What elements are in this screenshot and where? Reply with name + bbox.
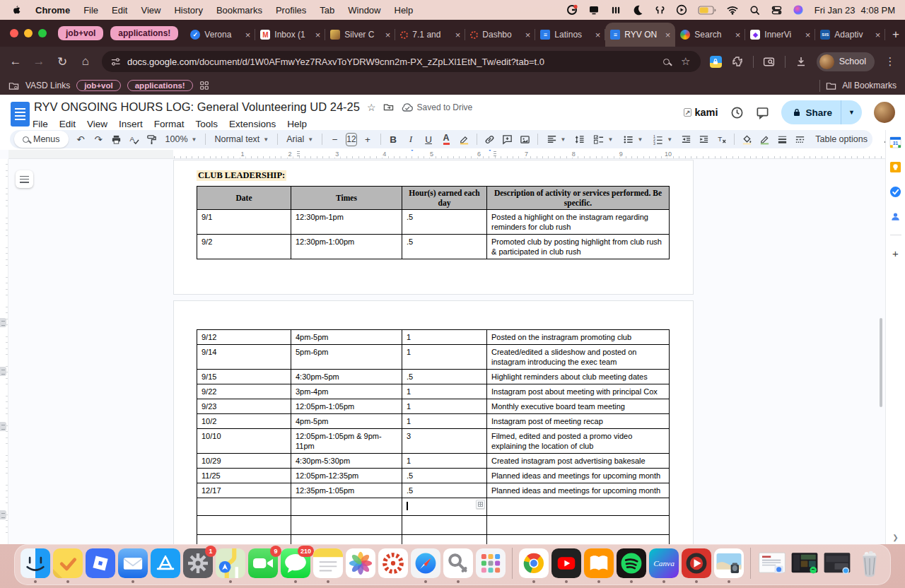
menubar-item-file[interactable]: File — [83, 5, 98, 16]
table-row-handle[interactable] — [0, 422, 6, 431]
tab-close-icon[interactable]: × — [385, 30, 391, 40]
table-cell[interactable]: 12:05pm-1:05pm & 9pm-11pm — [291, 429, 402, 454]
tab-group-job-vol[interactable]: job+vol — [58, 26, 103, 40]
scroll-right-chevron[interactable]: ❯ — [886, 534, 905, 541]
table-cell[interactable]: 12:35pm-1:05pm — [291, 483, 402, 498]
siri-icon[interactable] — [793, 4, 805, 16]
table-cell[interactable]: 9/1 — [197, 210, 291, 235]
menubar-item-chrome[interactable]: Chrome — [35, 5, 70, 16]
table-cell[interactable]: 4:30pm-5:30pm — [291, 454, 402, 469]
bookmark-folder-job-vol[interactable]: job+vol — [76, 80, 121, 91]
toolbar-border-color-button[interactable] — [757, 131, 773, 147]
toolbar-decrease-indent-button[interactable] — [678, 131, 694, 147]
dock-canva-icon[interactable]: Canva — [649, 548, 679, 578]
browser-tab-silver-c[interactable]: Silver C× — [325, 23, 395, 47]
table-cell[interactable]: 9/14 — [197, 345, 291, 370]
table-row[interactable]: 12/1712:35pm-1:05pm.5Planned ideas and m… — [197, 483, 670, 498]
horizontal-ruler[interactable]: 12345678910 — [8, 150, 885, 159]
table-cell[interactable] — [487, 535, 670, 545]
table-cell[interactable]: .5 — [402, 235, 487, 259]
table-cell[interactable]: 12:05pm-12:35pm — [291, 469, 402, 483]
menubar-item-profiles[interactable]: Profiles — [276, 5, 306, 16]
table-cell[interactable]: 4pm-5pm — [291, 330, 402, 345]
dock-messages-icon[interactable]: 210 — [281, 548, 310, 578]
table-cell[interactable]: Monthly executive board team meeting — [487, 399, 670, 414]
cell-dropdown-button[interactable] — [476, 500, 485, 509]
tab-close-icon[interactable]: × — [595, 30, 601, 40]
table-cell[interactable] — [487, 498, 670, 516]
back-button[interactable]: ← — [8, 54, 23, 69]
google-docs-icon[interactable] — [11, 102, 30, 127]
table-row-handle[interactable] — [0, 510, 6, 519]
dock-books-icon[interactable] — [584, 548, 614, 578]
contacts-icon[interactable] — [889, 210, 902, 223]
table-cell[interactable]: 11/25 — [197, 469, 291, 483]
minimize-window-button[interactable] — [24, 29, 33, 37]
toolbar-increase-indent-button[interactable] — [696, 131, 712, 147]
toolbar-border-width-button[interactable] — [774, 131, 790, 147]
tab-group-applications[interactable]: applications! — [110, 26, 178, 40]
table-cell[interactable]: 10/29 — [197, 454, 291, 469]
table-cell[interactable]: 1 — [402, 384, 487, 399]
table-cell[interactable]: 9/22 — [197, 384, 291, 399]
table-cell[interactable]: 4pm-5pm — [291, 414, 402, 429]
move-to-folder-icon[interactable] — [383, 102, 394, 112]
dock-minimized-dark-window[interactable] — [822, 548, 852, 578]
toolbar-spellcheck-button[interactable]: A — [126, 131, 142, 147]
table-cell[interactable]: Posted on the instragram promoting club — [487, 330, 670, 345]
docs-menu-extensions[interactable]: Extensions — [229, 119, 276, 129]
docs-menu-tools[interactable]: Tools — [196, 119, 218, 129]
table-cell[interactable]: Promoted club by posting highlight from … — [487, 235, 670, 259]
table-cell[interactable]: 1 — [402, 399, 487, 414]
docs-menu-insert[interactable]: Insert — [119, 119, 143, 129]
dock-mail-icon[interactable] — [118, 548, 148, 578]
table-cell[interactable]: 3 — [402, 429, 487, 454]
site-settings-icon[interactable] — [110, 57, 121, 67]
extension-lock-icon[interactable] — [710, 56, 722, 68]
dock-safari-icon[interactable] — [411, 548, 440, 578]
control-center-icon[interactable] — [771, 4, 783, 16]
document-canvas[interactable]: 12345678910 CLUB LEADERSHIP: DateTimesHo… — [0, 150, 905, 544]
tab-search-icon[interactable] — [763, 55, 776, 68]
table-cell[interactable]: 12/17 — [197, 483, 291, 498]
browser-tab-ryv-on[interactable]: ≡RYV ON× — [605, 23, 675, 47]
toolbar-font[interactable]: Arial▼ — [282, 134, 317, 144]
share-button[interactable]: Share ▼ — [781, 100, 862, 124]
keep-icon[interactable] — [889, 160, 902, 173]
dock-spotify-icon[interactable] — [617, 548, 646, 578]
screen-mirroring-icon[interactable] — [588, 4, 600, 16]
stage-manager-icon[interactable] — [610, 4, 622, 16]
table-cell[interactable] — [291, 498, 402, 516]
hours-log-table-1[interactable]: DateTimesHour(s) earned each dayDescript… — [197, 186, 670, 259]
table-cell[interactable]: Highlight reminders about club meeting d… — [487, 370, 670, 384]
table-cell[interactable]: Instagram post about meeting with princi… — [487, 384, 670, 399]
toolbar-checklist[interactable]: ▼ — [589, 134, 617, 145]
dock-notes-icon[interactable] — [313, 548, 343, 578]
document-page-2[interactable]: 9/124pm-5pm1Posted on the instragram pro… — [173, 300, 694, 544]
table-cell[interactable]: 1 — [402, 454, 487, 469]
table-cell[interactable]: Instagram post of meeting recap — [487, 414, 670, 429]
new-tab-button[interactable]: + — [892, 28, 899, 42]
table-row[interactable]: 9/223pm-4pm1Instagram post about meeting… — [197, 384, 670, 399]
browser-tab-inbox-1[interactable]: MInbox (1× — [255, 23, 325, 47]
table-cell[interactable] — [197, 498, 291, 516]
battery-icon[interactable] — [698, 4, 717, 16]
version-history-icon[interactable] — [730, 106, 744, 119]
table-cell[interactable]: 5pm-6pm — [291, 345, 402, 370]
dock-minimized-document[interactable] — [757, 548, 787, 578]
toolbar-redo-button[interactable]: ↷ — [90, 131, 107, 147]
docs-menu-format[interactable]: Format — [154, 119, 185, 129]
docs-menu-help[interactable]: Help — [287, 119, 307, 129]
section-heading[interactable]: CLUB LEADERSHIP: — [197, 170, 286, 181]
downloads-icon[interactable] — [795, 55, 807, 68]
column-handle[interactable] — [297, 151, 300, 158]
docs-menu-view[interactable]: View — [87, 119, 107, 129]
chrome-menu-icon[interactable]: ⋮ — [884, 55, 897, 68]
tab-close-icon[interactable]: × — [805, 30, 811, 40]
search-page-icon[interactable] — [660, 55, 673, 68]
tab-close-icon[interactable]: × — [735, 30, 741, 40]
table-row[interactable]: 9/212:30pm-1:00pm.5Promoted club by post… — [197, 235, 670, 259]
table-cell[interactable]: 12:30pm-1:00pm — [291, 235, 402, 259]
tab-close-icon[interactable]: × — [455, 30, 461, 40]
table-cell[interactable] — [197, 516, 291, 535]
